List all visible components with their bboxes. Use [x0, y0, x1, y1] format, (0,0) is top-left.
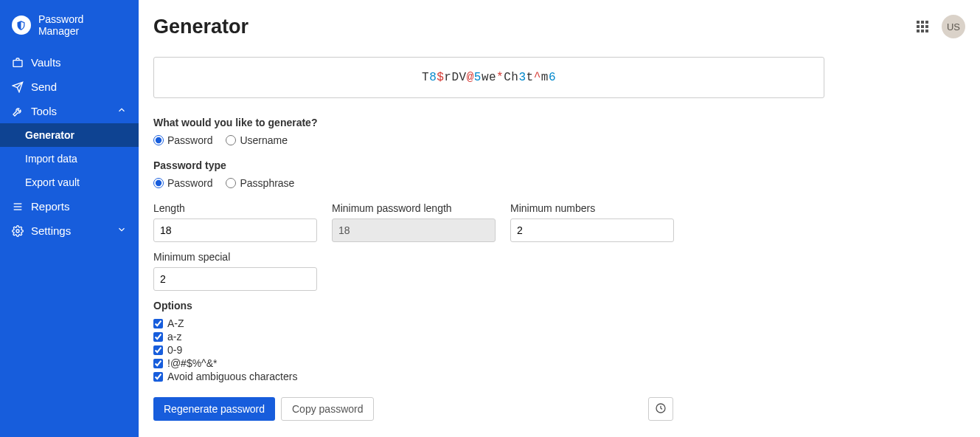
main-content: Generator US T8$rDV@5we*Ch3t^m6 What wou… — [139, 0, 980, 437]
password-char: h — [511, 71, 518, 84]
number-fields-row-1: Length Minimum password length Minimum n… — [153, 202, 824, 242]
min-special-field-group: Minimum special — [153, 251, 317, 291]
option-special-checkbox[interactable] — [153, 359, 163, 368]
radio-ptype-password-input[interactable] — [153, 178, 164, 188]
sidebar-subitem-import[interactable]: Import data — [0, 147, 139, 171]
svg-rect-0 — [13, 60, 22, 66]
sidebar-item-send[interactable]: Send — [0, 75, 139, 99]
sidebar-item-label: Vaults — [31, 56, 61, 69]
option-digits-checkbox[interactable] — [153, 345, 163, 355]
list-icon — [12, 201, 24, 213]
send-icon — [12, 81, 24, 93]
what-generate-label: What would you like to generate? — [153, 117, 824, 128]
sidebar-item-label: Send — [31, 80, 57, 93]
min-special-input[interactable] — [153, 267, 317, 291]
option-label: 0-9 — [167, 344, 182, 356]
password-char: 3 — [518, 71, 526, 84]
radio-ptype-passphrase[interactable]: Passphrase — [226, 177, 294, 189]
password-char: * — [496, 71, 504, 84]
product-name: Password Manager — [38, 13, 127, 37]
length-label: Length — [153, 202, 317, 214]
sidebar-subitem-label: Generator — [25, 129, 74, 141]
radio-label: Username — [240, 134, 288, 146]
number-fields-row-2: Minimum special — [153, 251, 824, 291]
avatar[interactable]: US — [942, 15, 965, 38]
radio-username-input[interactable] — [226, 135, 236, 145]
password-char: V — [459, 71, 467, 84]
radio-username[interactable]: Username — [226, 134, 288, 146]
sidebar-item-vaults[interactable]: Vaults — [0, 50, 139, 75]
page-header: Generator US — [153, 15, 965, 38]
option-label: A-Z — [167, 317, 184, 329]
option-ambiguous-checkbox[interactable] — [153, 372, 163, 382]
gear-icon — [12, 225, 24, 237]
chevron-up-icon — [117, 105, 127, 117]
option-upper-checkbox[interactable] — [153, 319, 163, 328]
generator-form: T8$rDV@5we*Ch3t^m6 What would you like t… — [153, 57, 824, 421]
chevron-down-icon — [117, 224, 127, 237]
option-label: !@#$%^&* — [167, 357, 217, 369]
product-logo-area[interactable]: Password Manager — [0, 13, 139, 50]
password-char: e — [489, 71, 496, 84]
password-char: $ — [437, 71, 444, 84]
sidebar-item-reports[interactable]: Reports — [0, 194, 139, 218]
copy-password-button[interactable]: Copy password — [281, 397, 375, 421]
min-length-label: Minimum password length — [332, 202, 496, 214]
sidebar-subitem-label: Import data — [25, 153, 77, 165]
option-ambiguous[interactable]: Avoid ambiguous characters — [153, 371, 824, 382]
password-char: C — [504, 71, 511, 84]
password-char: t — [527, 71, 534, 84]
sidebar-item-tools[interactable]: Tools — [0, 99, 139, 123]
radio-label: Passphrase — [240, 177, 294, 189]
option-digits[interactable]: 0-9 — [153, 344, 824, 356]
min-length-field-group: Minimum password length — [332, 202, 496, 242]
sidebar-subitem-export[interactable]: Export vault — [0, 171, 139, 194]
briefcase-icon — [12, 57, 24, 69]
min-numbers-input[interactable] — [510, 218, 674, 242]
length-field-group: Length — [153, 202, 317, 242]
min-numbers-label: Minimum numbers — [510, 202, 674, 214]
sidebar: Password Manager Vaults Send Tools Gener… — [0, 0, 139, 437]
history-button[interactable] — [648, 397, 673, 421]
password-char: 5 — [474, 71, 482, 84]
option-label: Avoid ambiguous characters — [167, 371, 297, 382]
svg-point-4 — [16, 230, 19, 233]
password-char: w — [482, 71, 489, 84]
options-label: Options — [153, 300, 824, 312]
sidebar-item-label: Settings — [31, 224, 71, 237]
password-char: ^ — [534, 71, 541, 84]
options-checkbox-list: A-Za-z0-9!@#$%^&*Avoid ambiguous charact… — [153, 317, 824, 382]
length-input[interactable] — [153, 218, 317, 242]
option-upper[interactable]: A-Z — [153, 317, 824, 329]
option-special[interactable]: !@#$%^&* — [153, 357, 824, 369]
what-generate-radio-group: Password Username — [153, 134, 824, 146]
clock-icon — [655, 402, 667, 416]
password-type-label: Password type — [153, 159, 824, 171]
shield-icon — [12, 16, 31, 35]
password-char: m — [541, 71, 549, 84]
sidebar-item-settings[interactable]: Settings — [0, 218, 139, 243]
password-char: 8 — [429, 71, 437, 84]
password-char: @ — [467, 71, 474, 84]
radio-ptype-password[interactable]: Password — [153, 177, 212, 189]
option-lower-checkbox[interactable] — [153, 332, 163, 342]
page-title: Generator — [153, 16, 249, 38]
min-special-label: Minimum special — [153, 251, 317, 263]
radio-password-input[interactable] — [153, 135, 164, 145]
password-type-radio-group: Password Passphrase — [153, 177, 824, 189]
sidebar-subitem-generator[interactable]: Generator — [0, 123, 139, 147]
radio-password[interactable]: Password — [153, 134, 212, 146]
apps-grid-icon[interactable] — [917, 21, 928, 32]
password-char: 6 — [549, 71, 556, 84]
password-char: r — [444, 71, 451, 84]
regenerate-button[interactable]: Regenerate password — [153, 397, 275, 421]
password-char: T — [422, 71, 429, 84]
header-actions: US — [917, 15, 965, 38]
option-lower[interactable]: a-z — [153, 331, 824, 343]
min-numbers-field-group: Minimum numbers — [510, 202, 674, 242]
radio-ptype-passphrase-input[interactable] — [226, 178, 236, 188]
min-length-input — [332, 218, 496, 242]
option-label: a-z — [167, 331, 181, 343]
radio-label: Password — [167, 177, 212, 189]
password-char: D — [451, 71, 459, 84]
